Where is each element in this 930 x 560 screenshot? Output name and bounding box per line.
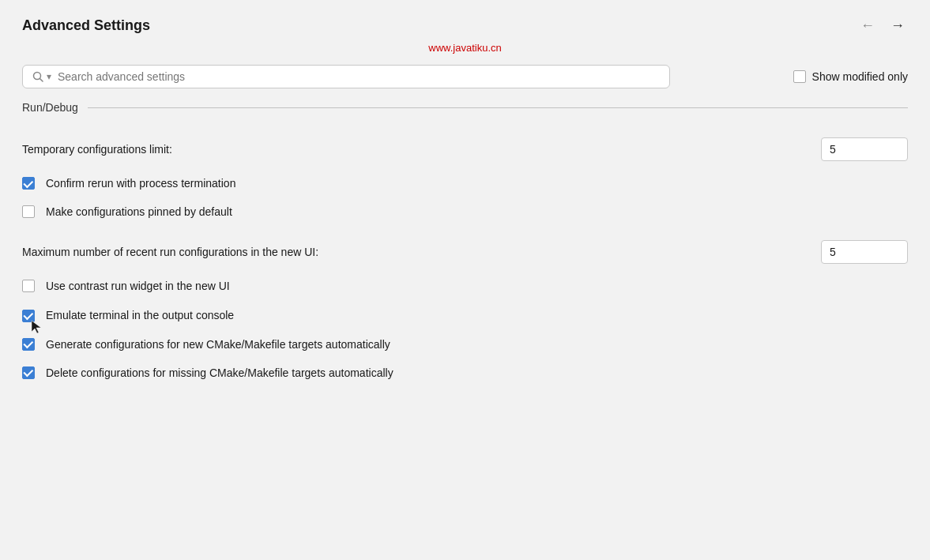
window: Advanced Settings ← → www.javatiku.cn ▾ … [0, 0, 930, 560]
generate-cmake-label: Generate configurations for new CMake/Ma… [46, 338, 390, 351]
max-recent-run-input[interactable] [821, 240, 908, 264]
svg-line-1 [40, 79, 43, 82]
show-modified-label: Show modified only [812, 70, 908, 83]
confirm-rerun-label: Confirm rerun with process termination [46, 177, 235, 190]
setting-temp-config-limit: Temporary configurations limit: [22, 130, 908, 169]
search-bar-row: ▾ Show modified only [0, 62, 930, 101]
temp-config-label: Temporary configurations limit: [22, 143, 172, 156]
search-icon: ▾ [32, 71, 51, 82]
forward-button[interactable]: → [887, 16, 908, 36]
max-recent-run-label: Maximum number of recent run configurati… [22, 246, 318, 258]
page-title: Advanced Settings [22, 17, 150, 34]
show-modified-row: Show modified only [793, 70, 908, 83]
make-configs-pinned-checkbox[interactable] [22, 205, 35, 218]
search-input[interactable] [58, 70, 660, 83]
section-divider-line [88, 107, 908, 108]
emulate-terminal-label: Emulate terminal in the output console [46, 309, 234, 321]
setting-delete-cmake: Delete configurations for missing CMake/… [22, 359, 908, 387]
settings-content: Temporary configurations limit: Confirm … [0, 130, 930, 387]
title-bar: Advanced Settings ← → [0, 0, 930, 42]
generate-cmake-checkbox[interactable] [22, 338, 35, 351]
back-button[interactable]: ← [857, 16, 878, 36]
emulate-terminal-checkbox[interactable] [22, 310, 35, 322]
setting-generate-cmake: Generate configurations for new CMake/Ma… [22, 330, 908, 359]
make-configs-pinned-label: Make configurations pinned by default [46, 205, 232, 218]
contrast-run-widget-label: Use contrast run widget in the new UI [46, 280, 230, 292]
setting-make-configs-pinned: Make configurations pinned by default [22, 197, 908, 226]
search-box: ▾ [22, 65, 670, 88]
watermark: www.javatiku.cn [0, 42, 930, 54]
delete-cmake-checkbox[interactable] [22, 366, 35, 379]
setting-emulate-terminal: Emulate terminal in the output console [22, 300, 908, 330]
section-label-run-debug: Run/Debug [22, 101, 78, 114]
setting-contrast-run-widget: Use contrast run widget in the new UI [22, 272, 908, 300]
setting-max-recent-run: Maximum number of recent run configurati… [22, 232, 908, 272]
temp-config-input[interactable] [821, 137, 908, 161]
confirm-rerun-checkbox[interactable] [22, 177, 35, 190]
setting-confirm-rerun: Confirm rerun with process termination [22, 169, 908, 197]
contrast-run-widget-checkbox[interactable] [22, 280, 35, 292]
show-modified-checkbox[interactable] [793, 70, 806, 83]
delete-cmake-label: Delete configurations for missing CMake/… [46, 366, 393, 379]
nav-arrows: ← → [857, 16, 908, 36]
section-run-debug: Run/Debug [0, 101, 930, 114]
emulate-terminal-checkbox-wrap [22, 308, 35, 322]
